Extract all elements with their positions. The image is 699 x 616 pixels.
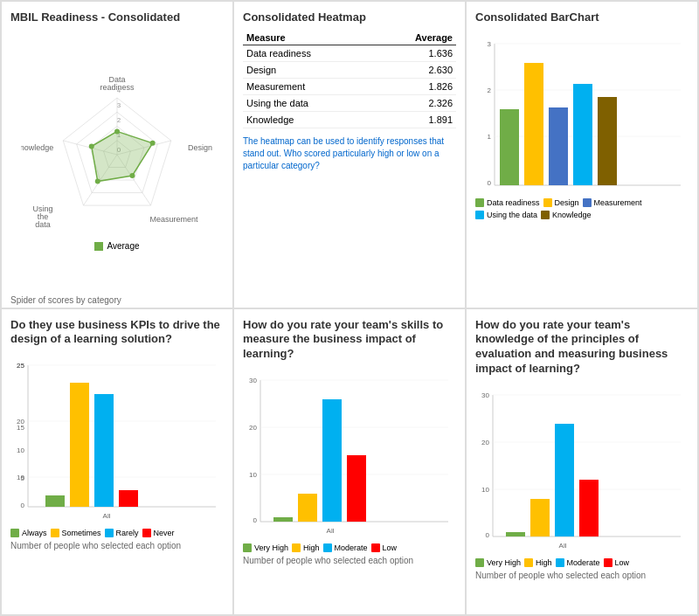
heatmap-average: 1.636 — [374, 45, 456, 61]
legend-dot — [142, 529, 151, 537]
heatmap-title: Consolidated Heatmap — [243, 10, 456, 25]
legend-label: Knowledge — [552, 211, 592, 219]
spider-container: Data readiness Design Measurement Using … — [10, 31, 224, 293]
svg-rect-84 — [506, 532, 525, 536]
bar1-legend: AlwaysSometimesRarelyNever — [10, 529, 224, 537]
svg-point-25 — [129, 173, 135, 178]
svg-text:3: 3 — [117, 101, 121, 109]
legend-dot — [543, 198, 552, 207]
svg-rect-85 — [530, 499, 550, 536]
legend-item: Data readiness — [475, 198, 540, 207]
legend-label: High — [536, 558, 552, 567]
svg-text:10: 10 — [17, 474, 24, 481]
legend-dot — [371, 543, 380, 552]
heatmap-panel: Consolidated Heatmap Measure Average Dat… — [233, 1, 466, 308]
legend-label: Measurement — [594, 198, 642, 207]
heatmap-col2: Average — [374, 31, 456, 45]
barchart-legend: Data readinessDesignMeasurementUsing the… — [475, 198, 689, 219]
svg-rect-39 — [549, 107, 568, 185]
bar3-panel: How do you rate your team's knowledge of… — [466, 308, 698, 616]
bar1-panel: Do they use business KPIs to drive the d… — [1, 308, 233, 616]
svg-text:1: 1 — [488, 133, 492, 141]
bar2-subtitle: Number of people who selected each optio… — [243, 556, 456, 565]
barchart-svg: 3 2 1 0 2018 — [475, 31, 685, 192]
legend-dot — [475, 198, 484, 207]
legend-dot — [583, 198, 592, 207]
legend-item: Knowledge — [541, 211, 592, 219]
bar2-title: How do you rate your team's skills to me… — [243, 318, 456, 363]
bar3-svg: 30 20 10 0 All — [475, 382, 685, 552]
legend-dot — [323, 543, 332, 552]
svg-point-23 — [114, 129, 120, 135]
svg-rect-59 — [119, 490, 138, 507]
heatmap-average: 2.326 — [374, 94, 456, 111]
spider-subtitle: Spider of scores by category — [10, 295, 224, 305]
heatmap-average: 2.630 — [374, 61, 456, 78]
svg-rect-71 — [298, 494, 317, 522]
bar1-title: Do they use business KPIs to drive the d… — [10, 318, 224, 348]
barchart-title: Consolidated BarChart — [475, 10, 689, 25]
legend-label: Very High — [254, 543, 288, 552]
barchart-panel: Consolidated BarChart 3 2 1 0 — [466, 1, 698, 308]
legend-label: Design — [555, 198, 579, 207]
bar3-legend: Very HighHighModerateLow — [475, 558, 689, 567]
legend-label: Rarely — [116, 529, 139, 537]
legend-item: High — [292, 543, 320, 552]
svg-rect-38 — [524, 63, 543, 185]
svg-text:0: 0 — [21, 502, 25, 509]
heatmap-row: Using the data2.326 — [243, 94, 456, 111]
bar1-svg: 25 15 10 5 0 25 20 10 All — [10, 352, 220, 523]
bar2-svg: 30 20 10 0 All — [243, 367, 453, 537]
legend-label: Low — [383, 543, 398, 552]
svg-text:20: 20 — [17, 418, 24, 426]
svg-rect-40 — [573, 84, 592, 185]
legend-label: Using the data — [487, 211, 537, 219]
legend-dot — [541, 211, 550, 219]
svg-point-26 — [95, 179, 100, 184]
svg-text:20: 20 — [249, 424, 257, 432]
heatmap-average: 1.826 — [374, 78, 456, 94]
legend-dot — [292, 543, 301, 552]
legend-label: Moderate — [567, 558, 600, 567]
legend-dot — [524, 558, 533, 567]
svg-rect-73 — [347, 455, 366, 522]
svg-text:All: All — [559, 542, 567, 550]
legend-item: Using the data — [475, 211, 537, 219]
legend-dot — [475, 211, 484, 219]
heatmap-measure: Measurement — [243, 78, 374, 94]
bar3-title: How do you rate your team's knowledge of… — [475, 318, 689, 377]
bar2-legend: Very HighHighModerateLow — [243, 543, 456, 552]
svg-rect-56 — [45, 495, 65, 507]
legend-item: Very High — [243, 543, 288, 552]
svg-text:0: 0 — [486, 531, 490, 539]
legend-dot — [10, 529, 19, 537]
legend-item: Very High — [475, 558, 521, 567]
legend-item: Moderate — [323, 543, 368, 552]
svg-text:All: All — [327, 527, 335, 535]
legend-dot — [243, 543, 252, 552]
heatmap-measure: Design — [243, 61, 374, 78]
svg-rect-58 — [94, 394, 114, 507]
heatmap-measure: Knowledge — [243, 111, 374, 128]
heatmap-row: Measurement1.826 — [243, 78, 456, 94]
svg-text:30: 30 — [249, 377, 257, 384]
bar2-panel: How do you rate your team's skills to me… — [233, 308, 466, 616]
legend-dot — [475, 558, 484, 567]
heatmap-average: 1.891 — [374, 111, 456, 128]
svg-text:10: 10 — [249, 471, 257, 479]
legend-item: Moderate — [556, 558, 600, 567]
legend-label: Data readiness — [487, 198, 540, 207]
legend-label: Never — [154, 529, 175, 537]
heatmap-col1: Measure — [243, 31, 374, 45]
legend-dot — [604, 558, 612, 567]
svg-text:0: 0 — [253, 516, 258, 524]
spider-legend-label: Average — [107, 241, 139, 251]
svg-text:20: 20 — [481, 439, 489, 446]
svg-text:2: 2 — [488, 87, 492, 94]
svg-text:0: 0 — [488, 179, 492, 187]
legend-item: Sometimes — [51, 529, 101, 537]
legend-item: High — [524, 558, 552, 567]
spider-panel: MBIL Readiness - Consolidated Data readi… — [1, 1, 233, 308]
svg-text:Design: Design — [188, 143, 212, 152]
heatmap-row: Data readiness1.636 — [243, 45, 456, 61]
